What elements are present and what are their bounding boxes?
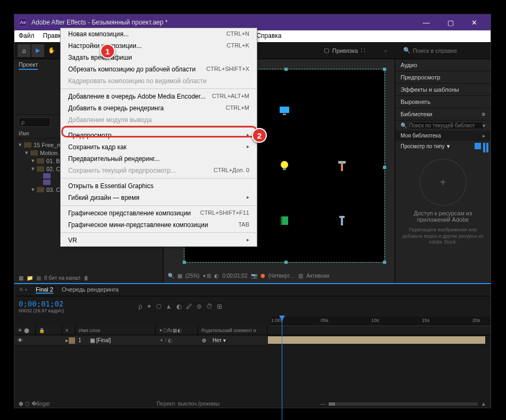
parent-dropdown[interactable]: Нет xyxy=(213,337,222,343)
panel-audio[interactable]: Аудио xyxy=(401,62,417,68)
svg-rect-8 xyxy=(341,164,343,171)
svg-rect-13 xyxy=(341,218,343,225)
filter-label[interactable]: Просмотр по типу xyxy=(401,143,445,149)
col-num: # xyxy=(62,326,76,335)
selection-tool[interactable]: ▶ xyxy=(31,44,44,57)
tl-search-icon[interactable]: ρ xyxy=(138,303,142,310)
new-comp-icon[interactable]: ▦ xyxy=(36,275,41,281)
tl-tool-2[interactable]: ⬡ xyxy=(156,303,161,310)
lib-search-input[interactable] xyxy=(409,123,483,128)
res-icon[interactable]: ▾ ⊞ xyxy=(203,273,211,279)
tl-tool-8[interactable]: ⊞ xyxy=(217,303,222,310)
tl-tool-3[interactable]: ▲ xyxy=(166,303,172,310)
drop-title: Доступ к ресурсам из приложений Adobe xyxy=(395,210,491,227)
tl-tool-6[interactable]: ⊚ xyxy=(197,303,202,310)
menu-item[interactable]: Графическое представление композицииCTRL… xyxy=(61,207,257,219)
svg-rect-11 xyxy=(281,216,282,225)
view-icon[interactable]: ▥ xyxy=(298,273,303,279)
new-folder-icon[interactable]: 📁 xyxy=(27,275,33,281)
zoom-in-icon[interactable]: ▲ xyxy=(481,401,486,407)
snapshot-icon[interactable]: 📷 xyxy=(251,273,257,279)
svg-rect-6 xyxy=(283,168,286,170)
panel-preview[interactable]: Предпросмотр xyxy=(401,74,440,80)
ruler-mark: 15s xyxy=(422,318,430,323)
magnify-icon[interactable]: 🔍 xyxy=(168,273,174,279)
ruler-mark: 05s xyxy=(321,318,329,323)
menu-item[interactable]: Обрезать композицию до рабочей областиCT… xyxy=(61,63,257,75)
color-icon[interactable]: ⬢ xyxy=(260,273,265,279)
menu-item[interactable]: Открыть в Essential Graphics xyxy=(61,180,257,192)
panel-effects[interactable]: Эффекты и шаблоны xyxy=(401,86,459,93)
layer-num: 1 xyxy=(75,336,87,344)
timeline-tab-render[interactable]: Очередь рендеринга xyxy=(62,286,119,294)
panel-align[interactable]: Выровнять xyxy=(401,99,430,105)
composition-menu[interactable]: Новая композиция...CTRL+NНастройки компо… xyxy=(60,28,257,247)
bulb-icon xyxy=(279,160,290,172)
frame-info: 00032 (29.97 кадр/с) xyxy=(19,308,64,313)
help-search-input[interactable] xyxy=(413,47,487,54)
svg-point-5 xyxy=(281,161,288,168)
col-parent: Родительский элемент и xyxy=(198,326,267,335)
search-icon: 🔍 xyxy=(403,47,411,54)
menu-item[interactable]: Предпросмотр xyxy=(61,130,257,141)
menu-item[interactable]: Добавить в очередь рендерингаCTRL+M xyxy=(61,102,257,114)
monitor-icon xyxy=(279,105,290,117)
layer-name[interactable]: [Final] xyxy=(96,337,111,343)
layer-clip[interactable] xyxy=(268,336,485,344)
bpc-icon[interactable]: ▦ xyxy=(19,275,23,281)
playhead[interactable] xyxy=(282,317,282,420)
minimize-button[interactable]: — xyxy=(414,14,438,30)
menu-item[interactable]: Настройки композиции...CTRL+K xyxy=(61,40,257,52)
svg-rect-12 xyxy=(339,216,345,218)
current-time[interactable]: 0;00;01;02 xyxy=(19,300,64,308)
home-tool[interactable]: ⌂ xyxy=(18,44,30,57)
grid-view-icon[interactable] xyxy=(475,143,481,149)
tl-toggle-1[interactable]: ⬢ ⬡ �ångar xyxy=(19,401,50,407)
app-icon: Ae xyxy=(19,18,27,27)
menu-item[interactable]: Задать время афиши xyxy=(61,52,257,63)
menu-item[interactable]: Добавление в очередь Adobe Media Encoder… xyxy=(61,91,257,102)
menu-item[interactable]: VR xyxy=(61,235,257,246)
active-cam[interactable]: Активная xyxy=(306,273,329,279)
grid-icon[interactable]: ▦ xyxy=(177,273,182,279)
switches-label[interactable]: Перекл. выключ./режимы xyxy=(157,401,219,407)
mask-icon[interactable]: ◐ xyxy=(214,273,219,279)
library-drop-zone[interactable]: + xyxy=(420,159,467,206)
svg-rect-3 xyxy=(283,114,286,115)
menu-file[interactable]: Файл xyxy=(14,30,39,42)
annotation-marker-1: 1 xyxy=(100,44,115,59)
tl-tool-4[interactable]: ◐ xyxy=(176,303,182,310)
tl-tool-5[interactable]: 🖉 xyxy=(186,303,192,310)
visibility-toggle[interactable]: 👁 xyxy=(18,337,23,343)
menu-item[interactable]: Новая композиция...CTRL+N xyxy=(61,28,257,40)
project-search[interactable] xyxy=(19,117,51,127)
layer-color[interactable] xyxy=(69,337,75,344)
menu-item[interactable]: Гибкий дизайн — время xyxy=(61,192,257,204)
trash-icon[interactable]: 🗑 xyxy=(84,275,89,281)
zoom-label[interactable]: (25%) xyxy=(185,273,200,279)
project-tab[interactable]: Проект xyxy=(19,61,38,70)
col-layer-name: Имя слоя xyxy=(76,326,156,335)
timeline-tab-comp[interactable]: Final 2 xyxy=(36,286,53,294)
menu-item[interactable]: Графическое мини-представление композици… xyxy=(61,219,257,231)
my-library[interactable]: Моя библиотека xyxy=(401,133,441,139)
book-icon xyxy=(279,215,290,227)
close-button[interactable]: ✕ xyxy=(462,14,486,30)
menu-item[interactable]: Сохранить кадр как xyxy=(61,141,257,153)
menu-item[interactable]: Предварительный рендеринг... xyxy=(61,153,257,165)
maximize-button[interactable]: ▢ xyxy=(438,14,462,30)
drop-subtitle: Перетащите изображения или добавьте виде… xyxy=(395,227,491,246)
bpc-label[interactable]: 8 бит на канал xyxy=(44,275,80,281)
svg-rect-7 xyxy=(338,161,346,164)
tl-tool-1[interactable]: ✦ xyxy=(146,303,152,310)
hand-tool[interactable]: ✋ xyxy=(45,44,58,57)
quality-label[interactable]: (Четверт… xyxy=(268,273,296,279)
list-view-icon[interactable] xyxy=(483,143,485,149)
timeline-tab-toggle[interactable]: ✕ ▪ xyxy=(19,286,27,294)
menu-item: Сохранить текущий предпросмотр...CTRL+До… xyxy=(61,165,257,176)
tl-tool-7[interactable]: ⏱ xyxy=(206,303,213,310)
panel-libraries[interactable]: Библиотеки xyxy=(401,111,432,117)
zoom-out-icon[interactable]: — xyxy=(320,401,325,407)
time-display[interactable]: 0;00;01;02 xyxy=(222,273,247,279)
snap-label[interactable]: Привязка xyxy=(332,47,358,54)
